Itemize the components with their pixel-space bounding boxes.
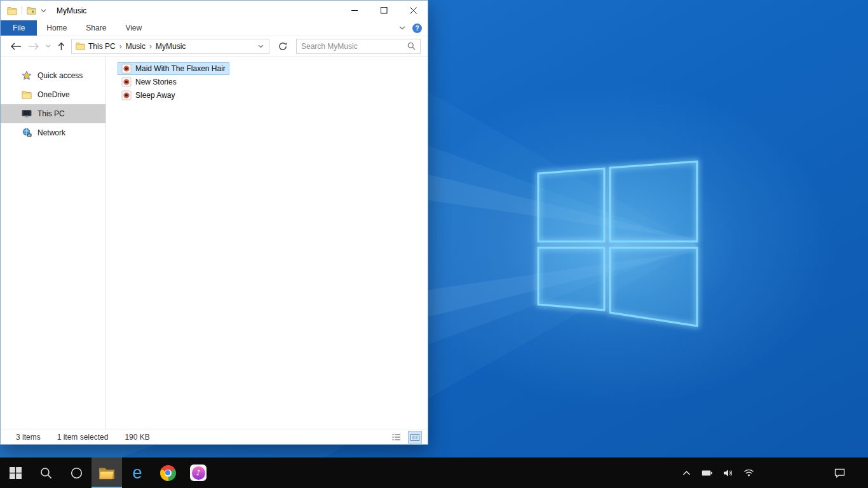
status-bar: 3 items 1 item selected 190 KB <box>1 430 428 444</box>
search-icon <box>40 467 52 479</box>
sidebar-item-label: OneDrive <box>37 90 70 99</box>
details-view-button[interactable] <box>390 431 403 443</box>
view-toggles <box>390 431 421 443</box>
network-icon <box>22 128 32 138</box>
maximize-button[interactable] <box>369 1 398 20</box>
taskbar: e ♪ <box>0 458 868 488</box>
breadcrumb-this-pc[interactable]: This PC <box>85 42 119 51</box>
close-button[interactable] <box>398 1 428 20</box>
music-file-icon <box>121 90 132 100</box>
window-body: Quick access OneDrive This PC <box>1 57 428 430</box>
this-pc-computer-icon <box>22 109 32 119</box>
search-icon[interactable] <box>407 42 416 50</box>
battery-icon[interactable] <box>702 470 712 477</box>
internet-explorer-button[interactable]: e <box>122 458 153 488</box>
help-button[interactable]: ? <box>412 24 422 33</box>
system-tray <box>682 458 868 488</box>
minimize-button[interactable] <box>340 1 369 20</box>
music-file-icon <box>121 64 132 74</box>
taskbar-file-explorer-button[interactable] <box>92 458 122 488</box>
refresh-icon <box>278 42 287 51</box>
close-icon <box>410 7 417 14</box>
sidebar-item-onedrive[interactable]: OneDrive <box>1 85 105 104</box>
itunes-note-glyph: ♪ <box>192 466 205 480</box>
onedrive-folder-icon <box>22 90 32 99</box>
ribbon-tabs: File Home Share View ? <box>1 20 428 36</box>
maximize-icon <box>381 7 388 14</box>
address-dropdown-button[interactable] <box>253 39 269 53</box>
status-selected-count: 1 item selected <box>57 433 109 442</box>
window-controls <box>340 1 428 20</box>
breadcrumb-mymusic[interactable]: MyMusic <box>153 42 189 51</box>
recent-locations-chevron-down-icon[interactable] <box>46 44 51 48</box>
folder-icon <box>7 6 17 15</box>
sidebar-item-this-pc[interactable]: This PC <box>1 104 105 123</box>
itunes-button[interactable]: ♪ <box>183 458 214 488</box>
tab-file[interactable]: File <box>1 20 37 36</box>
address-bar[interactable]: This PC › Music › MyMusic <box>71 39 269 54</box>
sidebar-item-network[interactable]: Network <box>1 123 105 142</box>
itunes-icon: ♪ <box>190 464 207 481</box>
tab-share[interactable]: Share <box>76 20 116 36</box>
cortana-icon <box>71 467 83 479</box>
chevron-down-icon <box>258 44 264 48</box>
quick-access-toolbar-chevron-down-icon[interactable] <box>41 9 46 13</box>
windows-start-icon <box>10 467 22 479</box>
navigation-bar: This PC › Music › MyMusic <box>1 36 428 57</box>
sidebar-item-quick-access[interactable]: Quick access <box>1 66 105 85</box>
back-button[interactable] <box>10 43 22 50</box>
nav-arrows <box>10 42 65 51</box>
search-box[interactable] <box>296 39 421 54</box>
expand-ribbon-chevron-down-icon[interactable] <box>399 26 405 30</box>
large-icons-view-button[interactable] <box>409 431 421 443</box>
start-button[interactable] <box>0 458 31 488</box>
file-explorer-icon <box>98 466 115 480</box>
tab-home[interactable]: Home <box>37 20 76 36</box>
file-item-new-stories[interactable]: New Stories <box>118 76 180 88</box>
internet-explorer-icon: e <box>132 464 142 482</box>
address-folder-icon <box>76 42 85 50</box>
file-item-sleep-away[interactable]: Sleep Away <box>118 89 179 102</box>
chrome-icon <box>160 465 176 481</box>
toolbar-separator <box>22 6 22 15</box>
file-name: New Stories <box>135 78 177 86</box>
sidebar-item-label: This PC <box>37 109 65 118</box>
chrome-button[interactable] <box>153 458 183 488</box>
search-input[interactable] <box>301 42 407 51</box>
file-list[interactable]: Maid With The Flaxen Hair New Stories Sl… <box>106 57 428 430</box>
breadcrumb-music[interactable]: Music <box>123 42 149 51</box>
new-folder-icon[interactable] <box>27 6 36 15</box>
show-hidden-icons-chevron-up-icon[interactable] <box>682 470 691 476</box>
minimize-icon <box>351 7 358 14</box>
large-icons-view-icon <box>410 434 419 441</box>
status-selected-size: 190 KB <box>125 433 149 442</box>
volume-icon[interactable] <box>723 469 733 477</box>
taskbar-search-button[interactable] <box>31 458 61 488</box>
file-explorer-window: MyMusic File Home Share View <box>0 0 428 445</box>
quick-access-star-icon <box>22 71 32 81</box>
tab-view[interactable]: View <box>116 20 151 36</box>
navigation-pane: Quick access OneDrive This PC <box>1 57 106 430</box>
file-name: Sleep Away <box>135 91 175 100</box>
file-item-maid-with-the-flaxen-hair[interactable]: Maid With The Flaxen Hair <box>118 62 229 75</box>
ribbon-right-controls: ? <box>399 20 428 36</box>
file-name: Maid With The Flaxen Hair <box>135 64 226 73</box>
refresh-button[interactable] <box>275 42 290 51</box>
up-button[interactable] <box>57 42 65 51</box>
window-title: MyMusic <box>57 6 86 15</box>
action-center-icon[interactable] <box>834 468 845 478</box>
details-view-icon <box>392 433 401 441</box>
wifi-network-icon[interactable] <box>743 469 754 477</box>
music-file-icon <box>121 77 132 87</box>
sidebar-item-label: Quick access <box>37 71 83 80</box>
forward-button[interactable] <box>28 43 39 50</box>
title-bar: MyMusic <box>1 1 428 20</box>
sidebar-item-label: Network <box>37 128 65 137</box>
cortana-button[interactable] <box>61 458 92 488</box>
status-item-count: 3 items <box>16 433 41 442</box>
